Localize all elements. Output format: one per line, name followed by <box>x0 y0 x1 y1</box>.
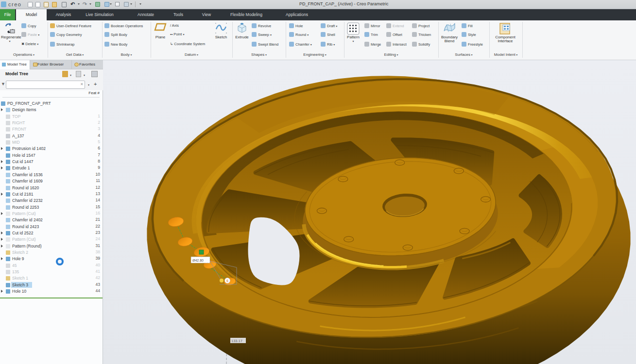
svg-text:Ø42.80: Ø42.80 <box>192 259 204 262</box>
svg-text:6: 6 <box>226 279 228 282</box>
svg-text:133.17: 133.17 <box>231 339 242 343</box>
